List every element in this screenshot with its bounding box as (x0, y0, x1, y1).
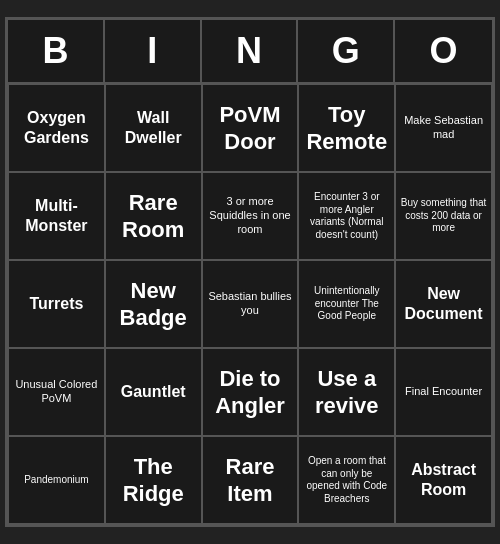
bingo-letter-n: N (202, 20, 299, 82)
bingo-cell-19[interactable]: Final Encounter (395, 348, 492, 436)
cell-text-3: Toy Remote (303, 101, 390, 156)
bingo-cell-6[interactable]: Rare Room (105, 172, 202, 260)
bingo-cell-5[interactable]: Multi-Monster (8, 172, 105, 260)
cell-text-24: Abstract Room (400, 460, 487, 500)
cell-text-21: The Ridge (110, 453, 197, 508)
bingo-cell-23[interactable]: Open a room that can only be opened with… (298, 436, 395, 524)
cell-text-11: New Badge (110, 277, 197, 332)
bingo-cell-3[interactable]: Toy Remote (298, 84, 395, 172)
bingo-cell-7[interactable]: 3 or more Squiddles in one room (202, 172, 299, 260)
bingo-cell-22[interactable]: Rare Item (202, 436, 299, 524)
bingo-cell-0[interactable]: Oxygen Gardens (8, 84, 105, 172)
bingo-letter-i: I (105, 20, 202, 82)
bingo-cell-10[interactable]: Turrets (8, 260, 105, 348)
cell-text-22: Rare Item (207, 453, 294, 508)
cell-text-9: Buy something that costs 200 data or mor… (400, 197, 487, 235)
bingo-cell-2[interactable]: PoVM Door (202, 84, 299, 172)
cell-text-23: Open a room that can only be opened with… (303, 455, 390, 505)
cell-text-20: Pandemonium (24, 474, 88, 487)
bingo-cell-1[interactable]: Wall Dweller (105, 84, 202, 172)
cell-text-16: Gauntlet (121, 382, 186, 402)
cell-text-6: Rare Room (110, 189, 197, 244)
bingo-cell-13[interactable]: Unintentionally encounter The Good Peopl… (298, 260, 395, 348)
bingo-grid: Oxygen GardensWall DwellerPoVM DoorToy R… (8, 84, 492, 524)
bingo-cell-18[interactable]: Use a revive (298, 348, 395, 436)
bingo-cell-17[interactable]: Die to Angler (202, 348, 299, 436)
cell-text-13: Unintentionally encounter The Good Peopl… (303, 285, 390, 323)
bingo-cell-4[interactable]: Make Sebastian mad (395, 84, 492, 172)
cell-text-1: Wall Dweller (110, 108, 197, 148)
cell-text-19: Final Encounter (405, 385, 482, 399)
cell-text-10: Turrets (29, 294, 83, 314)
bingo-letter-g: G (298, 20, 395, 82)
cell-text-15: Unusual Colored PoVM (13, 378, 100, 406)
cell-text-4: Make Sebastian mad (400, 114, 487, 142)
bingo-cell-16[interactable]: Gauntlet (105, 348, 202, 436)
bingo-letter-b: B (8, 20, 105, 82)
cell-text-2: PoVM Door (207, 101, 294, 156)
bingo-header: BINGO (8, 20, 492, 84)
bingo-letter-o: O (395, 20, 492, 82)
bingo-card: BINGO Oxygen GardensWall DwellerPoVM Doo… (5, 17, 495, 527)
cell-text-0: Oxygen Gardens (13, 108, 100, 148)
bingo-cell-11[interactable]: New Badge (105, 260, 202, 348)
cell-text-7: 3 or more Squiddles in one room (207, 195, 294, 236)
cell-text-18: Use a revive (303, 365, 390, 420)
cell-text-17: Die to Angler (207, 365, 294, 420)
cell-text-8: Encounter 3 or more Angler variants (Nor… (303, 191, 390, 241)
cell-text-14: New Document (400, 284, 487, 324)
bingo-cell-15[interactable]: Unusual Colored PoVM (8, 348, 105, 436)
bingo-cell-24[interactable]: Abstract Room (395, 436, 492, 524)
bingo-cell-12[interactable]: Sebastian bullies you (202, 260, 299, 348)
bingo-cell-8[interactable]: Encounter 3 or more Angler variants (Nor… (298, 172, 395, 260)
cell-text-12: Sebastian bullies you (207, 290, 294, 318)
bingo-cell-20[interactable]: Pandemonium (8, 436, 105, 524)
bingo-cell-21[interactable]: The Ridge (105, 436, 202, 524)
cell-text-5: Multi-Monster (13, 196, 100, 236)
bingo-cell-14[interactable]: New Document (395, 260, 492, 348)
bingo-cell-9[interactable]: Buy something that costs 200 data or mor… (395, 172, 492, 260)
